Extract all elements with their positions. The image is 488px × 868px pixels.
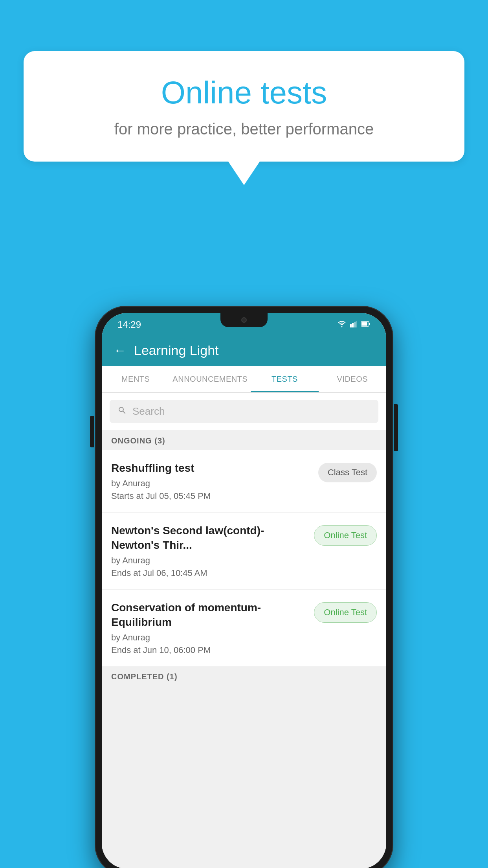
svg-rect-2: [354, 322, 356, 327]
svg-rect-1: [352, 323, 354, 327]
status-time: 14:29: [117, 319, 141, 330]
test-info: Conservation of momentum-Equilibrium by …: [111, 601, 314, 655]
tab-videos[interactable]: VIDEOS: [319, 366, 386, 392]
svg-rect-6: [362, 322, 367, 326]
content-area: ONGOING (3) Reshuffling test by Anurag S…: [102, 430, 386, 868]
test-author: by Anurag: [111, 478, 310, 489]
promo-subtitle: for more practice, better performance: [55, 120, 433, 138]
test-date: Ends at Jun 10, 06:00 PM: [111, 645, 306, 655]
test-date: Starts at Jul 05, 05:45 PM: [111, 491, 310, 501]
search-bar[interactable]: Search: [110, 400, 378, 423]
search-placeholder: Search: [132, 405, 165, 417]
back-button[interactable]: ←: [114, 343, 126, 358]
phone-frame: 14:29: [95, 306, 393, 868]
promo-title: Online tests: [55, 75, 433, 111]
tab-announcements[interactable]: ANNOUNCEMENTS: [169, 366, 251, 392]
promo-section: Online tests for more practice, better p…: [24, 51, 464, 185]
test-title: Conservation of momentum-Equilibrium: [111, 601, 306, 629]
test-badge-online: Online Test: [314, 525, 377, 546]
front-camera: [241, 317, 247, 323]
test-info: Newton's Second law(contd)-Newton's Thir…: [111, 524, 314, 578]
test-badge-online-2: Online Test: [314, 602, 377, 623]
test-author: by Anurag: [111, 555, 306, 566]
ongoing-section-header: ONGOING (3): [102, 430, 386, 450]
svg-rect-3: [356, 321, 357, 327]
app-title: Learning Light: [134, 343, 219, 358]
phone-notch: [220, 313, 268, 327]
svg-rect-0: [350, 324, 352, 327]
wifi-icon: [338, 320, 346, 329]
test-date: Ends at Jul 06, 10:45 AM: [111, 568, 306, 578]
test-item[interactable]: Newton's Second law(contd)-Newton's Thir…: [102, 513, 386, 590]
test-title: Newton's Second law(contd)-Newton's Thir…: [111, 524, 306, 552]
test-badge-class: Class Test: [318, 463, 377, 482]
completed-section-header: COMPLETED (1): [102, 667, 386, 685]
status-icons: [338, 320, 371, 329]
test-info: Reshuffling test by Anurag Starts at Jul…: [111, 461, 318, 501]
phone-screen: 14:29: [102, 313, 386, 868]
signal-icon: [350, 320, 357, 329]
app-header: ← Learning Light: [102, 335, 386, 366]
test-item[interactable]: Conservation of momentum-Equilibrium by …: [102, 590, 386, 667]
tab-ments[interactable]: MENTS: [102, 366, 169, 392]
test-title: Reshuffling test: [111, 461, 310, 475]
svg-rect-5: [369, 323, 370, 325]
tab-tests[interactable]: TESTS: [251, 366, 318, 392]
test-item[interactable]: Reshuffling test by Anurag Starts at Jul…: [102, 450, 386, 513]
phone-mockup: 14:29: [95, 306, 393, 868]
test-author: by Anurag: [111, 633, 306, 643]
tabs-bar: MENTS ANNOUNCEMENTS TESTS VIDEOS: [102, 366, 386, 393]
speech-bubble: Online tests for more practice, better p…: [24, 51, 464, 162]
search-icon: [117, 406, 127, 417]
speech-bubble-arrow: [228, 162, 260, 185]
battery-icon: [361, 321, 371, 328]
search-container: Search: [102, 393, 386, 430]
